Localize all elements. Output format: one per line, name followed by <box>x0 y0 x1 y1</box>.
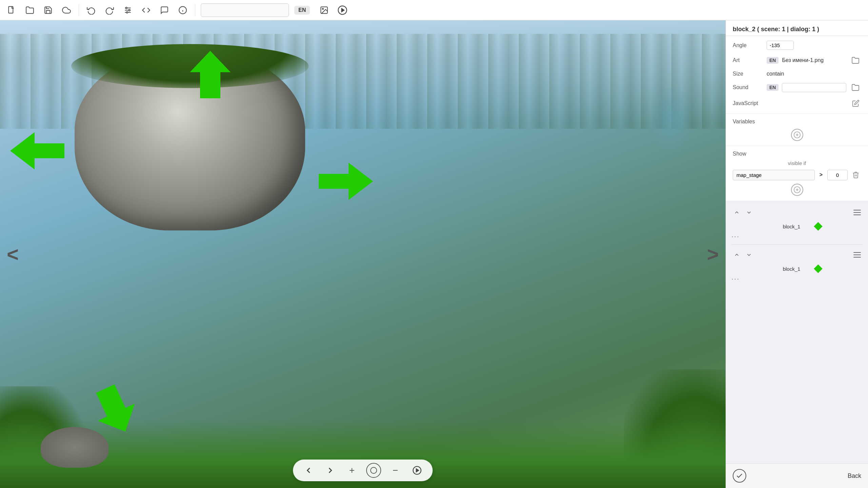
block-1-item: block_1 <box>726 221 868 231</box>
bottom-controls: + − <box>293 460 433 481</box>
svg-rect-0 <box>8 6 13 13</box>
art-lang-tag: EN <box>767 57 778 64</box>
js-row: JavaScript <box>733 98 861 109</box>
chat-icon[interactable] <box>158 4 171 16</box>
angle-input[interactable] <box>767 41 794 50</box>
add-button[interactable]: + <box>344 463 359 478</box>
settings-icon[interactable] <box>122 4 134 16</box>
minus-button[interactable]: − <box>388 463 403 478</box>
nav-next-button[interactable]: > <box>707 243 719 266</box>
condition-op: > <box>817 172 825 178</box>
variables-section: Variables <box>726 114 868 146</box>
block-2-dots[interactable]: ··· <box>726 273 868 285</box>
block-1-nav <box>731 207 754 218</box>
block-1-down-button[interactable] <box>744 207 754 218</box>
block-2-name: block_1 <box>773 266 811 272</box>
block-2-diamond-icon <box>814 264 823 273</box>
block-1-header <box>726 204 868 221</box>
sound-lang-tag: EN <box>767 84 778 91</box>
new-file-icon[interactable] <box>5 4 18 16</box>
sound-folder-button[interactable] <box>850 82 861 93</box>
block-2-nav <box>731 249 754 260</box>
play-button[interactable] <box>410 463 425 478</box>
svg-point-11 <box>322 8 323 9</box>
right-panel: block_2 ( scene: 1 | dialog: 1 ) Angle A… <box>726 20 868 488</box>
block-2-menu-button[interactable] <box>852 249 863 260</box>
sound-row: Sound EN <box>733 82 861 93</box>
lang-badge[interactable]: EN <box>294 6 310 15</box>
angle-label: Angle <box>733 42 763 48</box>
condition-value-input[interactable] <box>827 170 848 180</box>
divider-2 <box>195 4 195 16</box>
visible-if-label: visible if <box>733 160 861 166</box>
cloud-icon[interactable] <box>60 4 73 16</box>
condition-field-input[interactable] <box>733 170 815 180</box>
art-row: Art EN Без имени-1.png <box>733 55 861 66</box>
art-label: Art <box>733 57 763 63</box>
svg-marker-13 <box>342 8 344 12</box>
run-icon[interactable] <box>336 4 349 16</box>
sound-label: Sound <box>733 84 763 90</box>
add-variable-button[interactable] <box>791 129 803 141</box>
svg-marker-15 <box>416 469 419 472</box>
next-button[interactable] <box>323 463 338 478</box>
size-label: Size <box>733 71 763 77</box>
code-icon[interactable] <box>140 4 152 16</box>
confirm-button[interactable] <box>733 469 746 483</box>
info-icon[interactable] <box>177 4 189 16</box>
delete-condition-button[interactable] <box>850 169 861 180</box>
circle-button[interactable] <box>366 463 381 478</box>
block-2-item: block_1 <box>726 263 868 273</box>
show-section: Show visible if > <box>726 146 868 201</box>
js-edit-button[interactable] <box>850 98 861 109</box>
toolbar: search block EN <box>0 0 868 20</box>
panel-bottom: Back <box>726 463 868 488</box>
main-area: < > + − <box>0 20 868 488</box>
block-2-down-button[interactable] <box>744 249 754 260</box>
rock-moss-top <box>71 44 309 88</box>
block-1-up-button[interactable] <box>731 207 742 218</box>
size-value: contain <box>767 71 861 77</box>
back-button[interactable]: Back <box>848 472 861 480</box>
undo-icon[interactable] <box>85 4 97 16</box>
search-input[interactable]: search block <box>201 3 289 17</box>
panel-title: block_2 ( scene: 1 | dialog: 1 ) <box>726 20 868 36</box>
block-1-diamond-icon <box>814 222 823 230</box>
rock-small-1 <box>41 427 108 468</box>
block-1-name: block_1 <box>773 224 811 229</box>
water-mist <box>651 88 692 149</box>
canvas-area: < > + − <box>0 20 726 488</box>
show-label: Show <box>733 151 861 157</box>
prev-button[interactable] <box>301 463 316 478</box>
art-file-value: Без имени-1.png <box>782 57 846 63</box>
svg-point-5 <box>129 9 130 11</box>
nav-prev-button[interactable]: < <box>7 243 19 266</box>
divider-1 <box>79 4 79 16</box>
size-row: Size contain <box>733 71 861 77</box>
block-list-section: block_1 ··· <box>726 201 868 463</box>
js-label: JavaScript <box>733 100 763 106</box>
block-separator <box>731 244 863 245</box>
block-2-up-button[interactable] <box>731 249 742 260</box>
open-file-icon[interactable] <box>24 4 36 16</box>
add-condition-button[interactable] <box>791 184 803 196</box>
save-icon[interactable] <box>42 4 54 16</box>
svg-point-6 <box>126 12 128 13</box>
variables-label: Variables <box>733 119 861 125</box>
image-preview-icon[interactable] <box>318 4 330 16</box>
art-folder-button[interactable] <box>850 55 861 66</box>
block-2-header <box>726 247 868 263</box>
block-1-dots[interactable]: ··· <box>726 231 868 242</box>
svg-point-4 <box>126 7 127 8</box>
angle-row: Angle <box>733 41 861 50</box>
condition-row: > <box>733 169 861 180</box>
properties-section: Angle Art EN Без имени-1.png Size contai… <box>726 36 868 114</box>
toolbar-right-icons <box>318 4 349 16</box>
block-1-menu-button[interactable] <box>852 207 863 218</box>
sound-input[interactable] <box>782 83 846 92</box>
redo-icon[interactable] <box>103 4 116 16</box>
toolbar-left-icons <box>5 4 195 16</box>
